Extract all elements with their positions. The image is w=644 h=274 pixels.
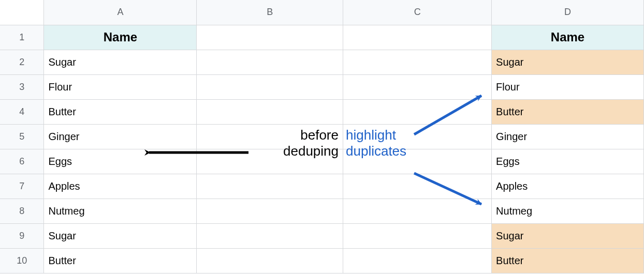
cell-c1[interactable] [343,25,492,50]
row-header-6[interactable]: 6 [0,149,44,174]
cell-b3[interactable] [197,74,343,99]
cell-d3[interactable]: Flour [492,74,644,99]
cell-b8[interactable] [197,199,343,223]
cell-b2[interactable] [197,50,343,74]
cell-b7[interactable] [197,174,343,199]
row-header-8[interactable]: 8 [0,199,44,223]
cell-a6[interactable]: Eggs [44,149,197,174]
row-header-10[interactable]: 10 [0,248,44,273]
row-10: 10 Butter Butter [0,248,644,273]
annotation-before-line2: deduping [251,143,339,159]
row-7: 7 Apples Apples [0,174,644,199]
row-9: 9 Sugar Sugar [0,223,644,248]
cell-c7[interactable] [343,174,492,199]
row-header-9[interactable]: 9 [0,223,44,248]
row-1: 1 Name Name [0,25,644,50]
cell-d5[interactable]: Ginger [492,124,644,149]
annotation-before: before deduping [251,127,339,159]
cell-c9[interactable] [343,223,492,248]
row-header-5[interactable]: 5 [0,124,44,149]
cell-d7[interactable]: Apples [492,174,644,199]
cell-a9[interactable]: Sugar [44,223,197,248]
row-8: 8 Nutmeg Nutmeg [0,199,644,223]
cell-c3[interactable] [343,74,492,99]
column-header-row: A B C D [0,0,644,25]
cell-b9[interactable] [197,223,343,248]
cell-a3[interactable]: Flour [44,74,197,99]
row-header-7[interactable]: 7 [0,174,44,199]
cell-c2[interactable] [343,50,492,74]
row-4: 4 Butter Butter [0,99,644,124]
cell-a5[interactable]: Ginger [44,124,197,149]
row-header-4[interactable]: 4 [0,99,44,124]
cell-d2[interactable]: Sugar [492,50,644,74]
cell-d8[interactable]: Nutmeg [492,199,644,223]
corner-cell[interactable] [0,0,44,25]
row-2: 2 Sugar Sugar [0,50,644,74]
cell-d6[interactable]: Eggs [492,149,644,174]
cell-b10[interactable] [197,248,343,273]
col-header-c[interactable]: C [343,0,492,25]
annotation-before-line1: before [251,127,339,143]
cell-a1[interactable]: Name [44,25,197,50]
cell-b1[interactable] [197,25,343,50]
cell-c8[interactable] [343,199,492,223]
cell-c4[interactable] [343,99,492,124]
annotation-highlight-line1: highlight [346,127,439,143]
annotation-highlight: highlight duplicates [346,127,439,159]
row-header-2[interactable]: 2 [0,50,44,74]
row-header-1[interactable]: 1 [0,25,44,50]
annotation-highlight-line2: duplicates [346,143,439,159]
cell-d10[interactable]: Butter [492,248,644,273]
row-header-3[interactable]: 3 [0,74,44,99]
cell-b4[interactable] [197,99,343,124]
cell-a2[interactable]: Sugar [44,50,197,74]
cell-a10[interactable]: Butter [44,248,197,273]
cell-a8[interactable]: Nutmeg [44,199,197,223]
col-header-d[interactable]: D [492,0,644,25]
cell-a7[interactable]: Apples [44,174,197,199]
cell-c10[interactable] [343,248,492,273]
cell-a4[interactable]: Butter [44,99,197,124]
cell-d9[interactable]: Sugar [492,223,644,248]
col-header-b[interactable]: B [197,0,343,25]
row-3: 3 Flour Flour [0,74,644,99]
cell-d4[interactable]: Butter [492,99,644,124]
cell-d1[interactable]: Name [492,25,644,50]
col-header-a[interactable]: A [44,0,197,25]
